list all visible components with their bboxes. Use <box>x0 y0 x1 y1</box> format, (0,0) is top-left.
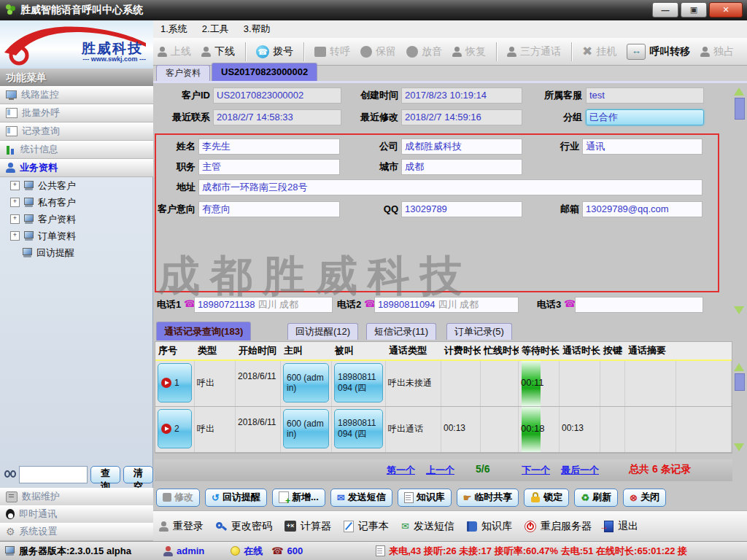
table-scroll-down[interactable] <box>734 443 744 451</box>
exit-button[interactable]: 退出 <box>604 520 638 533</box>
col-caller[interactable]: 主叫 <box>281 344 332 357</box>
table-row[interactable]: 1 呼出 2018/6/11 600 (admin) 18980811094 (… <box>155 361 732 407</box>
toolbar-offline-button[interactable]: 下线 <box>201 45 235 58</box>
toolbar-exclusive-button[interactable]: 独占 <box>700 45 734 58</box>
sidebar-item-batch-outbound[interactable]: 批量外呼 <box>0 104 153 122</box>
search-input[interactable] <box>19 466 88 483</box>
sidebar-item-statistics[interactable]: 统计信息 <box>0 141 153 159</box>
toolbar-dial-button[interactable]: ☎ 拨号 <box>256 45 293 58</box>
expand-plus-icon[interactable]: + <box>10 198 20 207</box>
calculator-button[interactable]: +×计算器 <box>285 520 331 533</box>
phone3-value[interactable] <box>575 297 703 313</box>
col-seq[interactable]: 序号 <box>155 344 195 357</box>
clear-button[interactable]: 清空 <box>123 466 153 483</box>
industry-value[interactable]: 通讯 <box>582 139 703 155</box>
tab-callback-reminders[interactable]: 回访提醒(12) <box>287 323 358 340</box>
col-type[interactable]: 类型 <box>195 344 236 357</box>
tab-order-records[interactable]: 订单记录(5) <box>446 323 512 340</box>
phone1-value[interactable]: 18980721138 四川 成都 <box>194 297 333 313</box>
callee-button[interactable]: 18980811094 (四 <box>334 363 383 402</box>
expand-plus-icon[interactable]: + <box>10 231 20 241</box>
tree-item-order-data[interactable]: + 订单资料 <box>0 228 153 244</box>
send-sms-bottom-button[interactable]: ✉发送短信 <box>401 520 454 533</box>
panel-scroll-up[interactable] <box>734 88 744 96</box>
qq-value[interactable]: 13029789 <box>401 201 522 217</box>
table-scroll-thumb[interactable] <box>735 373 745 391</box>
sidebar-item-instant-messaging[interactable]: 即时通讯 <box>0 505 153 524</box>
col-wait[interactable]: 等待时长 <box>519 344 560 357</box>
add-new-button[interactable]: 新增... <box>272 489 325 507</box>
toolbar-hangup-button[interactable]: ✖ 挂机 <box>582 45 616 58</box>
toolbar-playback-button[interactable]: 放音 <box>406 45 442 58</box>
next-page-link[interactable]: 下一个 <box>522 464 550 477</box>
sidebar-item-business-data[interactable]: 业务资料 <box>0 159 153 177</box>
name-value[interactable]: 李先生 <box>198 139 340 155</box>
tab-customer-data[interactable]: 客户资料 <box>156 65 210 81</box>
col-busy[interactable]: 忙线时长 <box>481 344 519 357</box>
knowledge-base-bottom-button[interactable]: 知识库 <box>467 520 512 533</box>
panel-scroll-down[interactable] <box>734 306 744 314</box>
address-value[interactable]: 成都市一环路南三段28号 <box>198 179 703 195</box>
play-record-button[interactable]: 2 <box>158 409 192 448</box>
tree-item-private-customers[interactable]: + 私有客户 <box>0 194 153 211</box>
sidebar-item-record-query[interactable]: 记录查询 <box>0 122 153 141</box>
toolbar-online-button[interactable]: 上线 <box>158 45 191 58</box>
toolbar-transfer-button[interactable]: 转呼 <box>314 45 350 58</box>
col-start[interactable]: 开始时间 <box>236 344 281 357</box>
sidebar-item-line-monitor[interactable]: 线路监控 <box>0 86 153 104</box>
table-row[interactable]: 2 呼出 2018/6/11 600 (admin) 18980811094 (… <box>155 407 732 453</box>
play-record-button[interactable]: 1 <box>158 363 192 402</box>
email-value[interactable]: 13029789@qq.com <box>582 201 703 217</box>
temp-share-button[interactable]: ☛临时共享 <box>457 489 519 507</box>
panel-scroll-thumb[interactable] <box>735 98 745 120</box>
menu-system[interactable]: 1.系统 <box>160 23 187 36</box>
group-value[interactable]: 已合作 <box>586 109 704 125</box>
toolbar-three-way-button[interactable]: 三方通话 <box>507 45 561 58</box>
title-value[interactable]: 主管 <box>198 159 340 175</box>
modify-button[interactable]: 修改 <box>156 489 200 507</box>
last-contact-value[interactable]: 2018/2/7 14:58:33 <box>213 109 341 125</box>
callee-button[interactable]: 18980811094 (四 <box>334 409 383 448</box>
refresh-button[interactable]: ♻刷新 <box>574 489 618 507</box>
tree-item-customer-data[interactable]: + 客户资料 <box>0 211 153 228</box>
restart-server-button[interactable]: 重启服务器 <box>525 520 592 533</box>
col-key[interactable]: 按键 <box>600 344 625 357</box>
col-callee[interactable]: 被叫 <box>332 344 386 357</box>
toolbar-resume-button[interactable]: 恢复 <box>452 45 486 58</box>
prev-page-link[interactable]: 上一个 <box>426 464 454 477</box>
sidebar-item-data-maintenance[interactable]: 数据维护 <box>0 488 153 506</box>
col-billing[interactable]: 计费时长 <box>441 344 481 357</box>
lock-button[interactable]: 锁定 <box>524 489 569 507</box>
last-page-link[interactable]: 最后一个 <box>561 464 599 477</box>
city-value[interactable]: 成都 <box>401 159 522 175</box>
toolbar-call-forward-button[interactable]: ↔ 呼叫转移 <box>627 44 690 60</box>
caller-button[interactable]: 600 (admin) <box>283 409 329 448</box>
minimize-button[interactable]: — <box>652 2 678 18</box>
change-password-button[interactable]: 更改密码 <box>216 520 272 533</box>
created-value[interactable]: 2017/8/23 10:19:14 <box>401 88 522 104</box>
agent-value[interactable]: test <box>586 88 704 104</box>
phone2-value[interactable]: 18980811094 四川 成都 <box>374 297 519 313</box>
tab-customer-id[interactable]: US20170823000002 <box>212 63 317 81</box>
col-call-type[interactable]: 通话类型 <box>386 344 441 357</box>
send-sms-button[interactable]: ✉发送短信 <box>330 489 392 507</box>
query-button[interactable]: 查询 <box>90 466 120 483</box>
last-modified-value[interactable]: 2018/2/7 14:59:16 <box>401 109 522 125</box>
menu-help[interactable]: 3.帮助 <box>244 23 271 36</box>
notepad-button[interactable]: 记事本 <box>344 520 389 533</box>
intent-value[interactable]: 有意向 <box>198 201 340 217</box>
close-record-button[interactable]: ⊗关闭 <box>623 489 666 507</box>
tab-sms-records[interactable]: 短信记录(11) <box>366 323 436 340</box>
table-scroll-up[interactable] <box>734 363 744 371</box>
caller-button[interactable]: 600 (admin) <box>283 363 329 402</box>
maximize-button[interactable]: ▣ <box>681 2 707 18</box>
tree-item-callback-reminder[interactable]: 回访提醒 <box>0 244 153 261</box>
company-value[interactable]: 成都胜威科技 <box>401 139 522 155</box>
tree-item-public-customers[interactable]: + 公共客户 <box>0 177 153 194</box>
tab-call-records[interactable]: 通话记录查询(183) <box>156 322 251 341</box>
customer-id-value[interactable]: US20170823000002 <box>213 88 341 104</box>
first-page-link[interactable]: 第一个 <box>387 464 415 477</box>
menu-tools[interactable]: 2.工具 <box>202 23 229 36</box>
knowledge-base-button[interactable]: 知识库 <box>398 489 452 507</box>
callback-reminder-button[interactable]: ↺回访提醒 <box>205 489 267 507</box>
